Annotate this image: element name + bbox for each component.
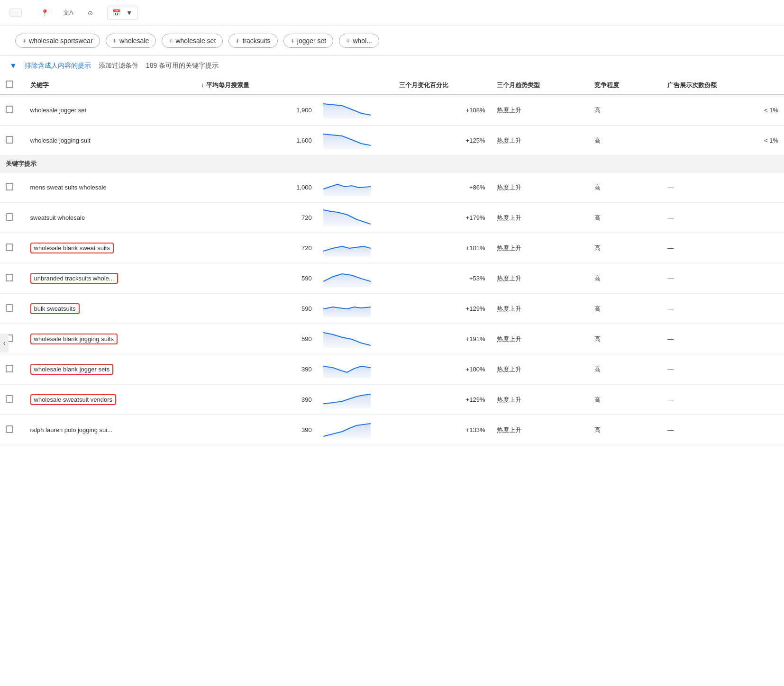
volume-cell: 1,000 <box>195 172 318 203</box>
volume-cell: 1,600 <box>195 126 318 156</box>
highlighted-keyword: wholesale blank jogging suits <box>30 334 118 344</box>
expand-tag-5[interactable]: + whol... <box>339 34 379 48</box>
row-checkbox[interactable] <box>0 294 25 324</box>
highlighted-keyword: wholesale blank sweat suits <box>30 243 114 253</box>
keyword-cell: unbranded tracksuits whole... <box>25 263 196 294</box>
keyword-text: sweatsuit wholesale <box>30 214 85 221</box>
keyword-cell: wholesale blank sweat suits <box>25 233 196 263</box>
expand-tag-label-2: wholesale set <box>175 37 216 45</box>
row-checkbox[interactable] <box>0 126 25 156</box>
dropdown-arrow-icon: ▼ <box>126 9 133 17</box>
th-3mo-trend: 三个月趋势类型 <box>491 76 589 95</box>
keyword-text: mens sweat suits wholesale <box>30 184 107 191</box>
table-row: wholesale blank jogger sets 390 +100% 热度… <box>0 354 784 385</box>
trend-cell: 热度上升 <box>491 354 589 385</box>
competition-cell: 高 <box>589 126 662 156</box>
th-impression-share: 广告展示次数份额 <box>662 76 784 95</box>
impression-cell: — <box>662 294 784 324</box>
plus-icon-1: + <box>113 37 117 45</box>
table-header-row: 关键字 ↓ 平均每月搜索量 三个月变化百分比 三个月趋势类型 竞争程度 广告展示… <box>0 76 784 95</box>
th-checkbox[interactable] <box>0 76 25 95</box>
chart-cell <box>318 294 393 324</box>
row-checkbox[interactable] <box>0 354 25 385</box>
th-avg-volume[interactable]: ↓ 平均每月搜索量 <box>195 76 318 95</box>
trend-cell: 热度上升 <box>491 126 589 156</box>
left-arrow-icon: ‹ <box>3 339 6 347</box>
keyword-cell: mens sweat suits wholesale <box>25 172 196 203</box>
competition-cell: 高 <box>589 354 662 385</box>
date-range-dropdown[interactable]: 📅 ▼ <box>107 6 138 20</box>
plus-icon-4: + <box>291 37 294 45</box>
chart-cell <box>318 415 393 445</box>
filter-count: 189 条可用的关键字提示 <box>146 62 219 70</box>
table-row: wholesale blank sweat suits 720 +181% 热度… <box>0 233 784 263</box>
row-checkbox[interactable] <box>0 263 25 294</box>
th-competition: 竞争程度 <box>589 76 662 95</box>
change-cell: +191% <box>393 324 491 354</box>
calendar-icon: 📅 <box>112 9 120 17</box>
row-checkbox[interactable] <box>0 172 25 203</box>
expand-tag-label-1: wholesale <box>119 37 149 45</box>
highlighted-keyword: unbranded tracksuits whole... <box>30 273 118 284</box>
row-checkbox[interactable] <box>0 203 25 233</box>
sort-down-icon: ↓ <box>201 81 204 89</box>
keyword-cell: wholesale sweatsuit vendors <box>25 385 196 415</box>
trend-cell: 热度上升 <box>491 203 589 233</box>
change-cell: +129% <box>393 294 491 324</box>
row-checkbox[interactable] <box>0 385 25 415</box>
impression-cell: — <box>662 415 784 445</box>
volume-cell: 390 <box>195 385 318 415</box>
meta-language[interactable]: 文A <box>63 9 76 17</box>
chart-cell <box>318 385 393 415</box>
expand-tag-label-0: wholesale sportswear <box>29 37 93 45</box>
impression-cell: — <box>662 233 784 263</box>
add-filter-button[interactable]: 添加过滤条件 <box>99 62 138 70</box>
change-cell: +181% <box>393 233 491 263</box>
row-checkbox[interactable] <box>0 95 25 126</box>
volume-cell: 1,900 <box>195 95 318 126</box>
volume-cell: 590 <box>195 263 318 294</box>
expand-tag-1[interactable]: + wholesale <box>106 34 156 48</box>
table-row: ralph lauren polo jogging sui... 390 +13… <box>0 415 784 445</box>
chart-cell <box>318 95 393 126</box>
competition-cell: 高 <box>589 263 662 294</box>
header: 📍 文A ⊙ 📅 ▼ <box>0 0 784 26</box>
expand-tag-0[interactable]: + wholesale sportswear <box>15 34 100 48</box>
meta-location[interactable]: 📍 <box>41 9 52 17</box>
highlighted-keyword: wholesale blank jogger sets <box>30 364 114 375</box>
expand-tag-3[interactable]: + tracksuits <box>228 34 277 48</box>
expand-tag-2[interactable]: + wholesale set <box>162 34 223 48</box>
keyword-text: ralph lauren polo jogging sui... <box>30 426 112 433</box>
section-header-row: 关键字提示 <box>0 156 784 172</box>
impression-cell: < 1% <box>662 95 784 126</box>
trend-cell: 热度上升 <box>491 233 589 263</box>
change-cell: +129% <box>393 385 491 415</box>
table-row: sweatsuit wholesale 720 +179% 热度上升 高 — <box>0 203 784 233</box>
select-all-checkbox[interactable] <box>6 81 13 88</box>
expand-tag-label-4: jogger set <box>297 37 326 45</box>
keyword-cell: wholesale jogging suit <box>25 126 196 156</box>
row-checkbox[interactable] <box>0 233 25 263</box>
header-meta: 📍 文A ⊙ 📅 ▼ <box>41 6 138 20</box>
keyword-cell: wholesale blank jogger sets <box>25 354 196 385</box>
table-row: wholesale jogger set 1,900 +108% 热度上升 高 … <box>0 95 784 126</box>
filter-adult-content-link[interactable]: 排除含成人内容的提示 <box>25 62 91 70</box>
trend-cell: 热度上升 <box>491 415 589 445</box>
impression-cell: — <box>662 172 784 203</box>
impression-cell: < 1% <box>662 126 784 156</box>
row-checkbox[interactable] <box>0 415 25 445</box>
meta-engine[interactable]: ⊙ <box>88 9 96 17</box>
change-cell: +53% <box>393 263 491 294</box>
expand-tag-4[interactable]: + jogger set <box>283 34 334 48</box>
competition-cell: 高 <box>589 294 662 324</box>
scroll-left-indicator[interactable]: ‹ <box>0 334 9 352</box>
trend-cell: 热度上升 <box>491 324 589 354</box>
volume-cell: 590 <box>195 294 318 324</box>
plus-icon-0: + <box>22 37 26 45</box>
chart-cell <box>318 324 393 354</box>
trend-cell: 热度上升 <box>491 385 589 415</box>
change-cell: +100% <box>393 354 491 385</box>
change-cell: +108% <box>393 95 491 126</box>
competition-cell: 高 <box>589 95 662 126</box>
table-row: wholesale jogging suit 1,600 +125% 热度上升 … <box>0 126 784 156</box>
